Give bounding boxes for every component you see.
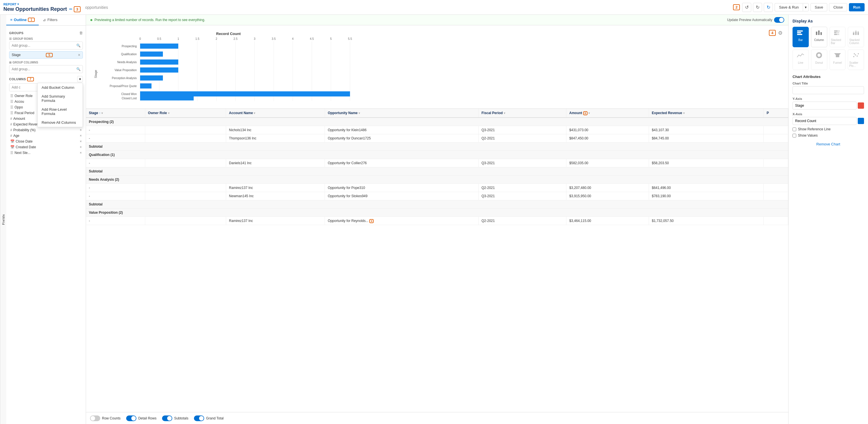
chart-type-stacked-column[interactable]: Stacked Column bbox=[848, 27, 864, 47]
chart-title-input[interactable] bbox=[793, 86, 864, 94]
preview-message: Previewing a limited number of records. … bbox=[95, 18, 205, 22]
chart-type-scatter[interactable]: Scatter Plo... bbox=[848, 50, 864, 70]
show-values-checkbox[interactable] bbox=[793, 134, 796, 137]
search-icon: 🔍 bbox=[76, 43, 81, 47]
cell-account: Thompson136 Inc bbox=[226, 134, 325, 142]
col-probability: #Probability (%) × bbox=[9, 127, 83, 133]
x-axis-color-swatch[interactable] bbox=[858, 118, 864, 124]
remove-chart-button[interactable]: Remove Chart bbox=[793, 142, 864, 146]
bar-closed-won bbox=[140, 91, 350, 96]
filter-icon-account[interactable]: ▾ bbox=[254, 111, 255, 115]
column-chart-icon bbox=[815, 29, 823, 37]
tab-filters[interactable]: ⊿ Filters bbox=[39, 15, 61, 25]
remove-all-columns-item[interactable]: Remove All Columns bbox=[38, 118, 83, 127]
groups-title: Groups bbox=[9, 31, 24, 35]
auto-preview-toggle[interactable] bbox=[774, 17, 784, 23]
remove-col-prob[interactable]: × bbox=[80, 128, 82, 132]
chart-type-funnel[interactable]: Funnel bbox=[830, 50, 846, 70]
add-row-level-formula-item[interactable]: Add Row-Level Formula bbox=[38, 105, 83, 118]
show-reference-line-group: Show Reference Line bbox=[793, 127, 864, 131]
filter-icon-amount[interactable]: ▾ bbox=[588, 111, 590, 115]
row-counts-label: Row Counts bbox=[102, 416, 120, 420]
bar-prospecting bbox=[140, 43, 178, 48]
run-button[interactable]: Run bbox=[849, 3, 865, 11]
filter-icon-fiscal[interactable]: ▾ bbox=[504, 111, 505, 115]
col-icon-account: ☰ bbox=[10, 100, 13, 104]
remove-col-nextstep[interactable]: × bbox=[80, 151, 82, 155]
th-amount: Amount 8 ▾ bbox=[566, 109, 649, 118]
group-rows-input[interactable] bbox=[9, 41, 83, 50]
annotation-5: 5 bbox=[46, 53, 53, 57]
x-axis-input[interactable] bbox=[793, 117, 857, 125]
table-row: Qualification (1) bbox=[86, 151, 788, 159]
filter-icon-stage[interactable]: ▾ bbox=[101, 111, 103, 115]
delete-groups-icon[interactable]: 🗑 bbox=[79, 31, 83, 35]
detail-rows-toggle[interactable] bbox=[126, 416, 136, 421]
cell-account: Daniels141 Inc bbox=[226, 159, 325, 167]
undo-button[interactable]: ↺ bbox=[742, 3, 751, 12]
svg-rect-45 bbox=[837, 34, 839, 35]
add-summary-formula-item[interactable]: Add Summary Formula bbox=[38, 92, 83, 105]
filter-icon-owner[interactable]: ▾ bbox=[168, 111, 169, 115]
auto-preview-label: Update Preview Automatically bbox=[727, 18, 772, 22]
edit-title-icon[interactable]: ✏ bbox=[69, 7, 73, 11]
sort-icon[interactable]: ↑ bbox=[99, 111, 100, 115]
refresh-button[interactable]: ↻ bbox=[764, 3, 773, 12]
svg-rect-51 bbox=[858, 31, 859, 32]
row-counts-toggle[interactable] bbox=[90, 416, 100, 421]
chart-type-line[interactable]: Line bbox=[793, 50, 809, 70]
save-run-button[interactable]: Save & Run bbox=[775, 3, 803, 11]
show-values-group: Show Values bbox=[793, 133, 864, 137]
svg-text:3.5: 3.5 bbox=[272, 37, 276, 40]
group-cols-input[interactable] bbox=[9, 65, 83, 73]
chart-section: ⚙ 4 Record Count 0 0.5 1 1.5 2 2.5 3 3.5… bbox=[86, 25, 788, 109]
save-button[interactable]: Save bbox=[810, 3, 828, 11]
chart-type-column[interactable]: Column bbox=[811, 27, 827, 47]
close-button[interactable]: Close bbox=[829, 3, 847, 11]
y-axis-color-swatch[interactable] bbox=[858, 102, 864, 109]
chart-type-stacked-bar[interactable]: Stacked Bar bbox=[830, 27, 846, 47]
cell-account: Newman145 Inc bbox=[226, 192, 325, 200]
columns-dropdown-btn[interactable]: ▾ bbox=[77, 76, 83, 82]
chart-type-bar[interactable]: Bar bbox=[793, 27, 809, 47]
donut-chart-icon bbox=[815, 52, 823, 60]
filter-icon: ⊿ bbox=[43, 18, 46, 22]
col-created-date: 📅Created Date × bbox=[9, 144, 83, 150]
cell-opportunity: Opportunity for Collier276 bbox=[325, 159, 479, 167]
svg-rect-46 bbox=[853, 33, 854, 35]
redo-button[interactable]: ↻ bbox=[753, 3, 762, 12]
remove-col-age[interactable]: × bbox=[80, 134, 82, 138]
subtotals-toggle[interactable] bbox=[162, 416, 172, 421]
cell-expected: $58,203.50 bbox=[649, 159, 764, 167]
grand-total-toggle[interactable] bbox=[194, 416, 204, 421]
data-table: Stage ↑ ▾ Owner Role ▾ Account Name ▾ Op… bbox=[86, 109, 788, 225]
group-rows-search: 🔍 bbox=[9, 41, 83, 50]
cell-opportunity: Opportunity for Stokes949 bbox=[325, 192, 479, 200]
remove-stage-tag[interactable]: × bbox=[78, 53, 80, 57]
remove-col-closedate[interactable]: × bbox=[80, 139, 82, 143]
remove-col-createddate[interactable]: × bbox=[80, 145, 82, 149]
add-bucket-col-item[interactable]: Add Bucket Column bbox=[38, 83, 83, 92]
table-row: Subtotal bbox=[86, 142, 788, 151]
chart-type-donut[interactable]: Donut bbox=[811, 50, 827, 70]
group-label-value: Value Proposition (2) bbox=[86, 208, 788, 217]
col-hash-prob: # bbox=[10, 128, 12, 132]
funnel-chart-icon bbox=[834, 52, 841, 60]
svg-rect-38 bbox=[818, 30, 819, 35]
cell-expected: $84,745.00 bbox=[649, 134, 764, 142]
col-hash-amount: # bbox=[10, 117, 12, 121]
cell-owner bbox=[145, 184, 226, 192]
subtotals-toggle-group: Subtotals bbox=[162, 416, 188, 421]
right-panel: Display As Bar bbox=[788, 15, 868, 424]
y-axis-input[interactable] bbox=[793, 102, 857, 109]
filter-icon-expected[interactable]: ▾ bbox=[683, 111, 685, 115]
save-run-dropdown[interactable]: ▾ bbox=[803, 3, 809, 11]
bar-needs-analysis bbox=[140, 60, 178, 65]
group-cols-label: ⊞ GROUP COLUMNS bbox=[9, 61, 83, 64]
filter-icon-opp[interactable]: ▾ bbox=[359, 111, 360, 115]
tab-outline[interactable]: ≡ Outline 1 bbox=[6, 15, 39, 25]
report-dropdown-icon[interactable]: ▾ bbox=[18, 3, 19, 6]
bar-proposal bbox=[140, 84, 152, 89]
svg-rect-37 bbox=[816, 32, 817, 35]
show-reference-line-checkbox[interactable] bbox=[793, 128, 796, 131]
